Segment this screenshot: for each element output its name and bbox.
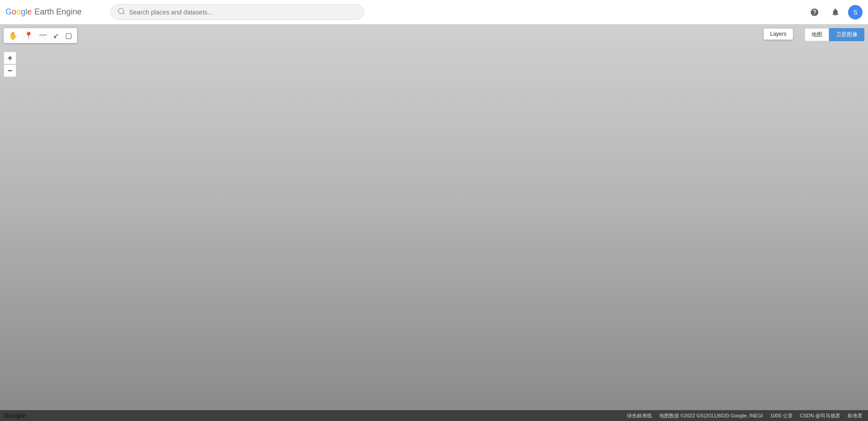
arrow-tool-button[interactable]: ↙ [51, 30, 61, 41]
hand-tool-button[interactable]: ✋ [6, 30, 20, 41]
header-right: S [806, 4, 863, 20]
map-view-button[interactable]: 地图 [805, 28, 829, 41]
app-header: Google Earth Engine S [0, 0, 868, 24]
zoom-out-button[interactable]: − [4, 64, 16, 77]
map-bottom-bar: 绿色标准线 地图数据 ©2022 GS(2011)6020 Google, IN… [0, 410, 868, 421]
logo: Google Earth Engine [5, 7, 105, 17]
svg-line-1 [123, 13, 124, 14]
bottom-bar-standard: 标准君 [848, 412, 863, 419]
logo-o2: o [16, 7, 21, 16]
logo-g2: g [21, 7, 25, 16]
line-tool-button[interactable]: 〰 [37, 30, 49, 41]
logo-g: G [5, 7, 12, 16]
rect-tool-button[interactable]: ▢ [63, 30, 74, 41]
avatar[interactable]: S [848, 5, 863, 19]
logo-earth-engine: Earth Engine [34, 7, 82, 17]
search-input[interactable] [129, 9, 357, 16]
map-toolbar: ✋ 📍 〰 ↙ ▢ [4, 28, 77, 43]
bottom-bar-green-line: 绿色标准线 [627, 412, 652, 419]
logo-google-letters: Google [5, 7, 32, 17]
search-icon [117, 7, 125, 17]
zoom-in-button[interactable]: + [4, 52, 16, 64]
help-button[interactable] [806, 4, 823, 20]
point-tool-button[interactable]: 📍 [22, 30, 35, 41]
logo-e: e [27, 7, 32, 16]
map-background: ✋ 📍 〰 ↙ ▢ + − Layers 地图 卫星图像 绿色标准线 地图数据 … [0, 24, 868, 421]
bottom-bar-map-data: 地图数据 ©2022 GS(2011)6020 Google, INEGI [659, 412, 763, 419]
google-watermark: Google [4, 412, 25, 419]
bottom-bar-scale: 1000 公里 [770, 412, 793, 419]
map-zoom-controls: + − [4, 52, 16, 77]
map-type-buttons: 地图 卫星图像 [805, 28, 864, 41]
search-bar[interactable] [111, 4, 364, 20]
layers-button[interactable]: Layers [763, 28, 793, 40]
svg-point-0 [118, 8, 124, 14]
bottom-bar-csdn: CSDN @司马德君 [800, 412, 840, 419]
logo-o1: o [12, 7, 16, 16]
satellite-view-button[interactable]: 卫星图像 [829, 28, 864, 41]
notifications-button[interactable] [827, 4, 844, 20]
